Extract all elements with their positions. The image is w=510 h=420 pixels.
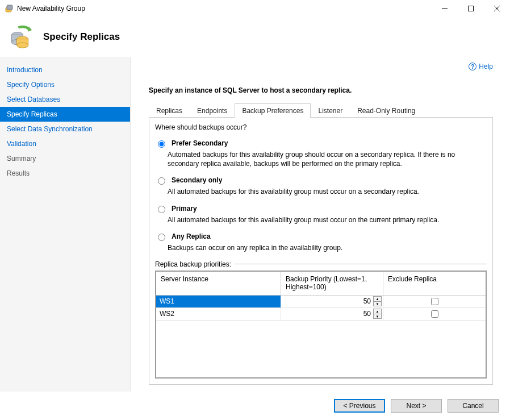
priority-spinner[interactable]: ▲▼ (373, 309, 382, 319)
exclude-replica-checkbox[interactable] (431, 298, 438, 305)
app-icon (5, 4, 14, 13)
previous-button[interactable]: < Previous (334, 399, 385, 413)
backup-priority-cell: 50▲▼ (281, 308, 383, 321)
main-panel: ? Help Specify an instance of SQL Server… (131, 57, 510, 392)
sidebar-item-results[interactable]: Results (0, 166, 130, 181)
help-label: Help (479, 63, 493, 70)
svg-point-12 (17, 43, 28, 48)
priority-row[interactable]: WS250▲▼ (156, 308, 486, 321)
backup-question: Where should backups occur? (155, 123, 487, 131)
cancel-button[interactable]: Cancel (448, 399, 499, 413)
sidebar-item-validation[interactable]: Validation (0, 136, 130, 151)
wizard-button-bar: < Previous Next > Cancel (0, 392, 510, 420)
tab-backup-preferences[interactable]: Backup Preferences (235, 103, 311, 118)
backup-option-prefer-secondary: Prefer Secondary (155, 139, 487, 148)
tab-backup-preferences: Where should backups occur? Prefer Secon… (149, 118, 493, 385)
backup-option-primary: Primary (155, 205, 487, 213)
sidebar-item-specify-options[interactable]: Specify Options (0, 77, 130, 92)
priorities-table: Server Instance Backup Priority (Lowest=… (155, 271, 487, 379)
backup-option-label: Secondary only (172, 176, 222, 184)
help-link[interactable]: ? Help (469, 63, 493, 70)
close-button[interactable] (484, 0, 510, 17)
sidebar-item-summary[interactable]: Summary (0, 151, 130, 166)
backup-option-radio[interactable] (158, 206, 165, 213)
backup-option-radio[interactable] (158, 177, 165, 185)
divider (235, 264, 487, 264)
tab-read-only-routing[interactable]: Read-Only Routing (350, 103, 423, 118)
priority-spinner[interactable]: ▲▼ (373, 296, 382, 306)
instruction-text: Specify an instance of SQL Server to hos… (149, 86, 493, 94)
exclude-replica-cell (383, 296, 486, 308)
priority-value[interactable]: 50 (285, 310, 372, 318)
svg-rect-1 (7, 5, 12, 10)
window-title: New Availability Group (17, 5, 432, 13)
spin-down-icon[interactable]: ▼ (373, 301, 382, 306)
backup-option-desc: Backups can occur on any replica in the … (168, 243, 486, 252)
backup-option-desc: Automated backups for this availability … (168, 150, 486, 168)
server-instance-cell: WS2 (156, 308, 281, 321)
backup-option-desc: All automated backups for this availabil… (168, 187, 486, 196)
backup-option-any-replica: Any Replica (155, 232, 487, 241)
spin-up-icon[interactable]: ▲ (373, 309, 382, 314)
sidebar-item-select-data-synchronization[interactable]: Select Data Synchronization (0, 122, 130, 136)
spin-up-icon[interactable]: ▲ (373, 296, 382, 301)
col-exclude: Exclude Replica (383, 272, 486, 296)
priority-value[interactable]: 50 (285, 297, 372, 305)
backup-option-label: Any Replica (172, 232, 211, 240)
backup-option-radio[interactable] (158, 140, 165, 148)
wizard-header-icon (8, 24, 33, 49)
priorities-label: Replica backup priorities: (155, 260, 231, 268)
backup-option-label: Prefer Secondary (172, 139, 228, 147)
tab-endpoints[interactable]: Endpoints (190, 103, 235, 118)
maximize-button[interactable] (458, 0, 484, 17)
sidebar-item-specify-replicas[interactable]: Specify Replicas (0, 107, 130, 122)
svg-rect-3 (469, 6, 474, 11)
col-priority: Backup Priority (Lowest=1, Highest=100) (281, 272, 383, 296)
sidebar-item-select-databases[interactable]: Select Databases (0, 92, 130, 107)
tab-replicas[interactable]: Replicas (149, 103, 190, 118)
backup-option-label: Primary (172, 205, 197, 213)
next-button[interactable]: Next > (391, 399, 442, 413)
col-server: Server Instance (156, 272, 281, 296)
priorities-label-row: Replica backup priorities: (155, 260, 487, 268)
tab-listener[interactable]: Listener (311, 103, 350, 118)
backup-option-secondary-only: Secondary only (155, 176, 487, 185)
backup-option-desc: All automated backups for this availabil… (168, 215, 486, 224)
server-instance-cell: WS1 (156, 296, 281, 308)
wizard-sidebar: IntroductionSpecify OptionsSelect Databa… (0, 57, 131, 392)
wizard-header: Specify Replicas (0, 17, 510, 57)
help-icon: ? (469, 63, 476, 70)
title-bar: New Availability Group (0, 0, 510, 17)
backup-option-radio[interactable] (158, 234, 165, 241)
minimize-button[interactable] (432, 0, 458, 17)
exclude-replica-cell (383, 308, 486, 321)
backup-priority-cell: 50▲▼ (281, 296, 383, 308)
priority-row[interactable]: WS150▲▼ (156, 296, 486, 308)
page-title: Specify Replicas (43, 31, 120, 43)
spin-down-icon[interactable]: ▼ (373, 314, 382, 319)
window-buttons (432, 0, 510, 17)
tabstrip: ReplicasEndpointsBackup PreferencesListe… (149, 103, 493, 118)
exclude-replica-checkbox[interactable] (431, 310, 438, 318)
sidebar-item-introduction[interactable]: Introduction (0, 63, 130, 77)
